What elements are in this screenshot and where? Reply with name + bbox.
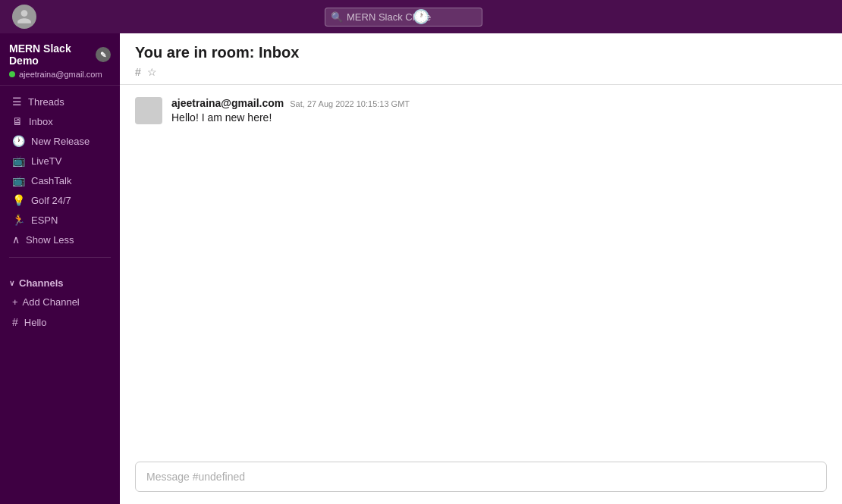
channels-section: ∨ Channels bbox=[0, 274, 120, 292]
sidebar: MERN Slack Demo ✎ ajeetraina@gmail.com ☰… bbox=[0, 33, 120, 504]
message-header: ajeetraina@gmail.com Sat, 27 Aug 2022 10… bbox=[171, 97, 410, 109]
golf247-label: Golf 24/7 bbox=[31, 195, 71, 206]
new-release-label: New Release bbox=[31, 136, 90, 147]
search-input[interactable] bbox=[325, 8, 482, 27]
user-avatar[interactable] bbox=[12, 5, 36, 29]
search-icon: 🔍 bbox=[331, 11, 343, 23]
nav-livetv[interactable]: 📺 LiveTV bbox=[3, 152, 117, 170]
new-release-icon: 🕐 bbox=[12, 135, 25, 147]
add-channel-plus: + bbox=[12, 296, 18, 308]
channels-chevron: ∨ bbox=[9, 279, 14, 287]
inbox-icon: 🖥 bbox=[12, 115, 23, 127]
messages-list: ajeetraina@gmail.com Sat, 27 Aug 2022 10… bbox=[120, 85, 842, 454]
nav-cashtalk[interactable]: 📺 CashTalk bbox=[3, 171, 117, 189]
room-star-icon[interactable]: ☆ bbox=[147, 66, 157, 78]
nav-golf247[interactable]: 💡 Golf 24/7 bbox=[3, 191, 117, 209]
espn-icon: 🏃 bbox=[12, 214, 25, 226]
channel-hash-icon: # bbox=[12, 316, 18, 328]
workspace-name-label: MERN Slack Demo bbox=[9, 42, 96, 67]
cashtalk-icon: 📺 bbox=[12, 174, 25, 186]
show-less-item[interactable]: ∧ Show Less bbox=[3, 230, 117, 249]
search-bar[interactable]: 🔍 bbox=[325, 8, 482, 27]
room-hash-icon: # bbox=[135, 66, 141, 78]
message-input-wrap[interactable] bbox=[135, 462, 827, 492]
threads-label: Threads bbox=[28, 96, 64, 108]
message-text: Hello! I am new here! bbox=[171, 111, 410, 126]
add-channel-button[interactable]: + Add Channel bbox=[3, 293, 117, 311]
channel-hello[interactable]: # Hello bbox=[3, 313, 117, 331]
main-layout: MERN Slack Demo ✎ ajeetraina@gmail.com ☰… bbox=[0, 33, 842, 504]
nav-threads[interactable]: ☰ Threads bbox=[3, 92, 117, 111]
message-avatar bbox=[135, 97, 162, 124]
content-area: You are in room: Inbox # ☆ ajeetraina@gm… bbox=[120, 33, 842, 504]
room-icon-row: # ☆ bbox=[135, 66, 827, 78]
sidebar-divider bbox=[9, 257, 111, 258]
nav-new-release[interactable]: 🕐 New Release bbox=[3, 132, 117, 150]
inbox-label: Inbox bbox=[29, 116, 53, 127]
espn-label: ESPN bbox=[31, 214, 58, 226]
golf247-icon: 💡 bbox=[12, 194, 25, 206]
message-author: ajeetraina@gmail.com bbox=[171, 97, 284, 109]
channels-label: Channels bbox=[19, 277, 64, 289]
channels-header[interactable]: ∨ Channels bbox=[9, 274, 111, 292]
room-header: You are in room: Inbox # ☆ bbox=[120, 33, 842, 85]
message-input[interactable] bbox=[146, 471, 815, 483]
workspace-name-row: MERN Slack Demo ✎ bbox=[9, 42, 111, 67]
message-input-area bbox=[120, 454, 842, 504]
livetv-icon: 📺 bbox=[12, 155, 25, 167]
edit-workspace-button[interactable]: ✎ bbox=[96, 47, 111, 62]
nav-inbox[interactable]: 🖥 Inbox bbox=[3, 112, 117, 130]
cashtalk-label: CashTalk bbox=[31, 175, 71, 186]
topbar: 🕐 🔍 bbox=[0, 0, 842, 33]
add-channel-label: Add Channel bbox=[23, 296, 80, 308]
user-status-row: ajeetraina@gmail.com bbox=[9, 70, 111, 79]
threads-icon: ☰ bbox=[12, 95, 22, 108]
channel-hello-label: Hello bbox=[24, 317, 47, 328]
show-less-chevron: ∧ bbox=[12, 233, 20, 246]
message-item: ajeetraina@gmail.com Sat, 27 Aug 2022 10… bbox=[135, 97, 827, 126]
user-email-label: ajeetraina@gmail.com bbox=[19, 70, 102, 79]
show-less-label: Show Less bbox=[26, 234, 74, 246]
workspace-header: MERN Slack Demo ✎ ajeetraina@gmail.com bbox=[0, 33, 120, 86]
room-title: You are in room: Inbox bbox=[135, 44, 827, 61]
livetv-label: LiveTV bbox=[31, 155, 61, 167]
message-body: ajeetraina@gmail.com Sat, 27 Aug 2022 10… bbox=[171, 97, 410, 126]
nav-espn[interactable]: 🏃 ESPN bbox=[3, 211, 117, 229]
online-status-dot bbox=[9, 71, 15, 77]
message-timestamp: Sat, 27 Aug 2022 10:15:13 GMT bbox=[290, 99, 410, 108]
